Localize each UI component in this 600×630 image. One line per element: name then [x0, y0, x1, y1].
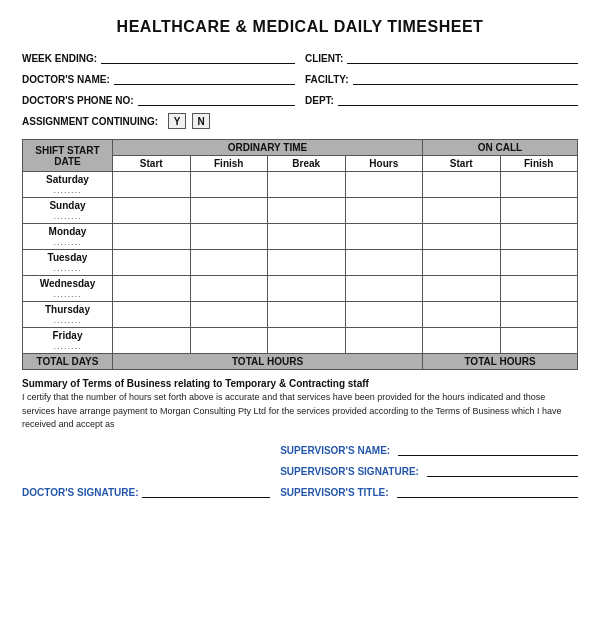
- sub-hours-header: Hours: [345, 156, 423, 172]
- total-row: TOTAL DAYS TOTAL HOURS TOTAL HOURS: [23, 354, 578, 370]
- col-ordinary-header: ORDINARY TIME: [113, 140, 423, 156]
- table-row: Sunday........: [23, 198, 578, 224]
- doctors-phone-group: DOCTOR'S PHONE NO:: [22, 92, 295, 106]
- data-cell[interactable]: [268, 250, 346, 276]
- yes-box[interactable]: Y: [168, 113, 186, 129]
- day-dots: ........: [25, 289, 110, 299]
- week-ending-input[interactable]: [101, 50, 295, 64]
- data-cell[interactable]: [345, 224, 423, 250]
- doctors-name-label: DOCTOR'S NAME:: [22, 74, 110, 85]
- col-oncall-header: ON CALL: [423, 140, 578, 156]
- data-cell[interactable]: [345, 302, 423, 328]
- total-days-label: TOTAL DAYS: [23, 354, 113, 370]
- facility-group: FACILTY:: [305, 71, 578, 85]
- data-cell[interactable]: [190, 302, 268, 328]
- data-cell[interactable]: [423, 302, 501, 328]
- no-box[interactable]: N: [192, 113, 210, 129]
- data-cell[interactable]: [113, 224, 191, 250]
- data-cell[interactable]: [113, 328, 191, 354]
- facility-label: FACILTY:: [305, 74, 349, 85]
- day-cell: Sunday........: [23, 198, 113, 224]
- day-cell: Friday........: [23, 328, 113, 354]
- doctors-phone-input[interactable]: [138, 92, 295, 106]
- assignment-label: ASSIGNMENT CONTINUING:: [22, 116, 158, 127]
- doctors-name-group: DOCTOR'S NAME:: [22, 71, 295, 85]
- form-row-2: DOCTOR'S NAME: FACILTY:: [22, 71, 578, 85]
- data-cell[interactable]: [113, 250, 191, 276]
- data-cell[interactable]: [423, 198, 501, 224]
- data-cell[interactable]: [500, 224, 578, 250]
- data-cell[interactable]: [345, 172, 423, 198]
- data-cell[interactable]: [423, 276, 501, 302]
- day-cell: Wednesday........: [23, 276, 113, 302]
- data-cell[interactable]: [268, 224, 346, 250]
- data-cell[interactable]: [190, 224, 268, 250]
- data-cell[interactable]: [268, 276, 346, 302]
- data-cell[interactable]: [500, 276, 578, 302]
- supervisor-title-label: SUPERVISOR'S TITLE:: [280, 487, 388, 498]
- client-group: CLIENT:: [305, 50, 578, 64]
- dept-label: DEPT:: [305, 95, 334, 106]
- data-cell[interactable]: [500, 198, 578, 224]
- total-hours-oncall-label: TOTAL HOURS: [423, 354, 578, 370]
- data-cell[interactable]: [500, 328, 578, 354]
- data-cell[interactable]: [190, 276, 268, 302]
- data-cell[interactable]: [500, 302, 578, 328]
- day-dots: ........: [25, 211, 110, 221]
- day-dots: ........: [25, 237, 110, 247]
- data-cell[interactable]: [268, 328, 346, 354]
- table-row: Friday........: [23, 328, 578, 354]
- data-cell[interactable]: [423, 250, 501, 276]
- data-cell[interactable]: [113, 276, 191, 302]
- day-name: Monday: [25, 226, 110, 237]
- doctor-sig-group: DOCTOR'S SIGNATURE:: [22, 484, 270, 498]
- sub-start-header: Start: [113, 156, 191, 172]
- doctor-sig-input[interactable]: [142, 484, 270, 498]
- data-cell[interactable]: [500, 172, 578, 198]
- data-cell[interactable]: [190, 328, 268, 354]
- day-dots: ........: [25, 315, 110, 325]
- sub-finish-header: Finish: [190, 156, 268, 172]
- summary-title: Summary of Terms of Business relating to…: [22, 378, 578, 389]
- data-cell[interactable]: [113, 172, 191, 198]
- doctors-name-input[interactable]: [114, 71, 295, 85]
- data-cell[interactable]: [190, 198, 268, 224]
- data-cell[interactable]: [423, 328, 501, 354]
- data-cell[interactable]: [345, 198, 423, 224]
- day-dots: ........: [25, 185, 110, 195]
- form-row-3: DOCTOR'S PHONE NO: DEPT:: [22, 92, 578, 106]
- data-cell[interactable]: [345, 328, 423, 354]
- signature-section: DOCTOR'S SIGNATURE: SUPERVISOR'S NAME: S…: [22, 442, 578, 498]
- data-cell[interactable]: [113, 302, 191, 328]
- supervisor-sig-row: SUPERVISOR'S SIGNATURE:: [280, 463, 578, 477]
- assignment-row: ASSIGNMENT CONTINUING: Y N: [22, 113, 578, 129]
- dept-input[interactable]: [338, 92, 578, 106]
- supervisor-sig-input[interactable]: [427, 463, 578, 477]
- facility-input[interactable]: [353, 71, 578, 85]
- day-cell: Tuesday........: [23, 250, 113, 276]
- doctors-phone-label: DOCTOR'S PHONE NO:: [22, 95, 134, 106]
- day-name: Friday: [25, 330, 110, 341]
- table-row: Tuesday........: [23, 250, 578, 276]
- data-cell[interactable]: [190, 172, 268, 198]
- data-cell[interactable]: [268, 302, 346, 328]
- col-shift-header: SHIFT START DATE: [23, 140, 113, 172]
- data-cell[interactable]: [423, 224, 501, 250]
- week-ending-label: WEEK ENDING:: [22, 53, 97, 64]
- doctor-sig-label: DOCTOR'S SIGNATURE:: [22, 487, 138, 498]
- data-cell[interactable]: [113, 198, 191, 224]
- data-cell[interactable]: [190, 250, 268, 276]
- supervisor-title-input[interactable]: [397, 484, 578, 498]
- data-cell[interactable]: [345, 276, 423, 302]
- data-cell[interactable]: [268, 172, 346, 198]
- data-cell[interactable]: [423, 172, 501, 198]
- table-row: Wednesday........: [23, 276, 578, 302]
- sub-break-header: Break: [268, 156, 346, 172]
- data-cell[interactable]: [345, 250, 423, 276]
- supervisor-name-input[interactable]: [398, 442, 578, 456]
- data-cell[interactable]: [268, 198, 346, 224]
- client-input[interactable]: [347, 50, 578, 64]
- data-cell[interactable]: [500, 250, 578, 276]
- day-cell: Monday........: [23, 224, 113, 250]
- day-cell: Thursday........: [23, 302, 113, 328]
